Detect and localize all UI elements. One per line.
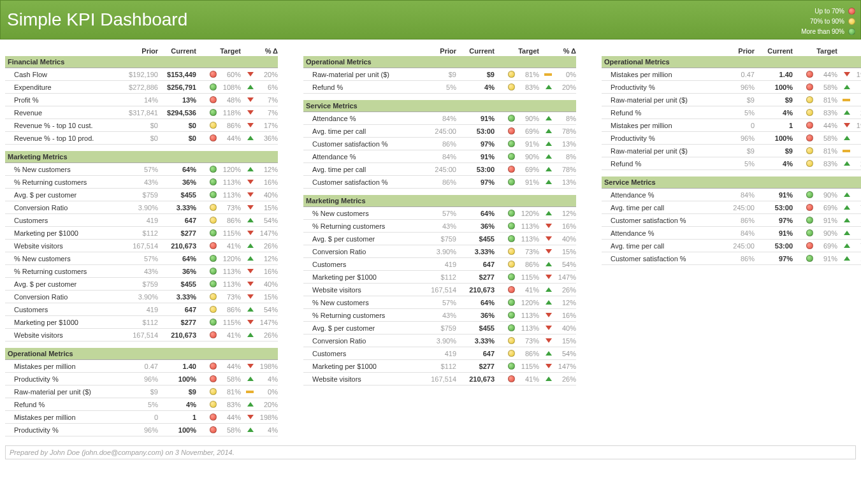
metric-delta-cell: 26% — [539, 375, 576, 383]
metric-row: Customers41964786%54% — [303, 347, 576, 360]
status-dot-yellow-icon — [806, 147, 813, 154]
metric-row: Website visitors167,514210,67341%26% — [303, 373, 576, 385]
metric-target: 44% — [816, 122, 837, 129]
metric-target: 81% — [517, 71, 539, 78]
arrow-up-icon — [844, 218, 850, 222]
metric-target: 115% — [219, 229, 241, 237]
metric-delta-cell: 40% — [241, 191, 278, 199]
metric-delta: 20% — [256, 401, 278, 408]
metric-delta: 8% — [554, 115, 576, 122]
metric-name: Marketing per $1000 — [303, 273, 418, 281]
metric-delta: 8% — [853, 191, 861, 199]
metric-target: 41% — [517, 375, 539, 383]
metric-current: 3.33% — [456, 337, 495, 345]
status-dot-green-icon — [210, 166, 217, 173]
section-spacer — [602, 170, 861, 176]
metric-target-cell: 113% — [196, 268, 241, 275]
metric-name: Raw-material per unit ($) — [5, 388, 120, 396]
metric-row: Avg. time per call245:0053:0069%78% — [602, 201, 861, 214]
metric-current: $256,791 — [158, 83, 196, 91]
metric-row: Productivity %96%100%58%4% — [5, 424, 278, 436]
metric-target-cell: 73% — [495, 248, 539, 256]
metric-delta-cell: 0% — [837, 147, 861, 155]
status-dot-green-icon — [508, 115, 515, 122]
metric-delta-cell: 16% — [539, 312, 576, 319]
metric-delta: 6% — [256, 83, 278, 91]
metric-target-cell: 118% — [196, 109, 241, 117]
arrow-up-icon — [247, 136, 254, 140]
metric-delta: 54% — [554, 350, 576, 357]
metric-prior: 84% — [716, 229, 755, 237]
metric-current: 210,673 — [158, 242, 196, 250]
arrow-up-icon — [844, 256, 850, 261]
metric-target: 73% — [517, 248, 539, 256]
metric-delta-cell: 147% — [241, 319, 278, 326]
column-header-cell — [303, 47, 418, 55]
metric-delta: 20% — [853, 109, 861, 117]
metric-row: Attendance %84%91%90%8% — [303, 150, 576, 163]
metric-target: 58% — [219, 375, 241, 383]
metric-target-cell: 83% — [793, 160, 837, 168]
column-header-cell: Prior — [716, 47, 755, 55]
metric-target: 113% — [219, 280, 241, 288]
metric-delta: 54% — [554, 261, 576, 268]
status-dot-green-icon — [210, 268, 217, 275]
status-dot-yellow-icon — [210, 204, 217, 211]
metric-target-cell: 81% — [793, 147, 837, 155]
metric-delta-cell: 198% — [241, 363, 278, 370]
metric-current: $9 — [456, 71, 495, 78]
metric-row: Mistakes per million0144%198% — [5, 411, 278, 424]
metric-target-cell: 60% — [196, 71, 241, 78]
metric-delta: 0% — [853, 147, 861, 155]
metric-prior: 245:00 — [716, 204, 755, 212]
legend-row: Up to 70% — [801, 6, 855, 16]
status-dot-red-icon — [848, 8, 855, 15]
arrow-up-icon — [247, 377, 254, 381]
metric-row: Conversion Ratio3.90%3.33%73%15% — [303, 245, 576, 258]
metric-target-cell: 81% — [196, 388, 241, 396]
metric-current: 3.33% — [158, 293, 196, 301]
metric-current: 210,673 — [456, 286, 495, 294]
metric-target: 58% — [219, 426, 241, 434]
metric-prior: 57% — [418, 210, 456, 217]
dashboard-title: Simple KPI Dashboard — [6, 10, 855, 30]
metric-prior: $759 — [120, 280, 158, 288]
metric-delta-cell: 15% — [539, 337, 576, 345]
metric-row: Raw-material per unit ($)$9$981%0% — [303, 68, 576, 81]
metric-current: $9 — [755, 96, 793, 104]
metric-delta: 147% — [554, 273, 576, 281]
column-headers: PriorCurrentTarget% Δ — [602, 47, 861, 55]
metric-target: 86% — [517, 350, 539, 357]
status-dot-yellow-icon — [210, 293, 217, 300]
metric-target-cell: 73% — [196, 204, 241, 212]
metric-target: 41% — [219, 242, 241, 250]
arrow-down-icon — [844, 72, 850, 76]
metric-row: Profit %14%13%48%7% — [5, 94, 278, 106]
metric-target-cell: 69% — [495, 127, 539, 135]
status-dot-yellow-icon — [210, 122, 217, 129]
arrow-down-icon — [546, 313, 552, 317]
metric-current: $153,449 — [158, 71, 196, 78]
metric-name: Website visitors — [303, 375, 418, 383]
footer: Prepared by John Doe (john.doe@company.c… — [5, 445, 856, 459]
metric-target-cell: 91% — [495, 178, 539, 186]
metric-delta: 13% — [554, 178, 576, 186]
metric-current: 4% — [456, 83, 495, 91]
metric-row: Website visitors167,514210,67341%26% — [303, 284, 576, 296]
metric-name: Customer satisfaction % — [602, 217, 716, 224]
metric-delta: 12% — [256, 255, 278, 263]
metric-name: % Returning customers — [5, 178, 120, 186]
metric-row: Raw-material per unit ($)$9$981%0% — [602, 94, 861, 106]
metric-delta-cell: 198% — [837, 122, 861, 129]
metric-delta-cell: 8% — [837, 191, 861, 199]
metric-prior: $112 — [418, 363, 456, 370]
status-dot-red-icon — [508, 166, 515, 173]
column-header-cell: Target — [196, 47, 241, 55]
status-dot-red-icon — [210, 134, 217, 141]
metric-name: Raw-material per unit ($) — [303, 71, 418, 78]
metric-name: Customers — [5, 306, 120, 313]
metric-target: 69% — [517, 127, 539, 135]
section-spacer — [5, 145, 278, 151]
arrow-up-icon — [546, 167, 552, 171]
status-dot-red-icon — [210, 96, 217, 103]
